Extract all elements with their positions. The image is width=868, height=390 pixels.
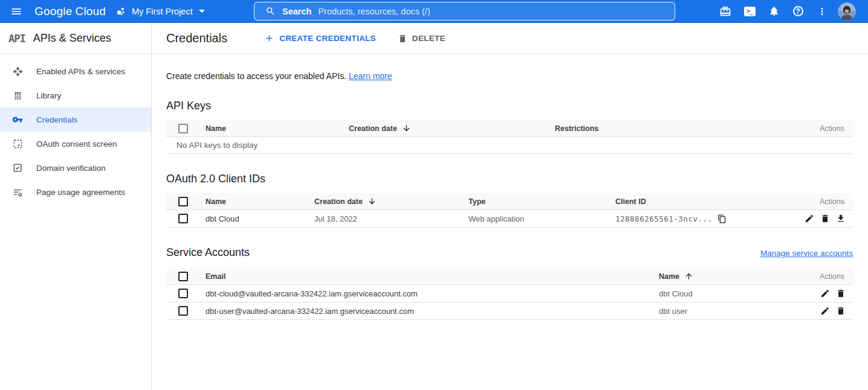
- more-options-icon[interactable]: [814, 3, 831, 20]
- sidebar: API APIs & Services Enabled APIs & servi…: [0, 23, 152, 390]
- avatar[interactable]: [838, 2, 856, 21]
- topbar-actions: >_ ?: [717, 0, 856, 22]
- notifications-bell-icon[interactable]: [765, 3, 782, 20]
- help-icon[interactable]: ?: [789, 3, 806, 20]
- menu-icon[interactable]: [10, 5, 23, 18]
- download-icon[interactable]: [836, 214, 846, 223]
- project-name: My First Project: [132, 7, 193, 16]
- search-icon: [265, 6, 276, 16]
- column-header-actions: Actions: [798, 197, 853, 206]
- sidebar-item-credentials[interactable]: Credentials: [0, 107, 151, 132]
- copy-icon[interactable]: [717, 214, 727, 223]
- chevron-down-icon: [199, 10, 205, 13]
- row-actions: [798, 214, 853, 223]
- oauth-consent-icon: [12, 138, 23, 149]
- service-accounts-table: Email Name Actions dbt-cloud@vaulted-arc…: [166, 268, 853, 320]
- delete-button[interactable]: DELETE: [398, 34, 445, 43]
- select-all-checkbox[interactable]: [178, 197, 188, 206]
- row-actions: [798, 306, 853, 316]
- page-header: Credentials CREATE CREDENTIALS DELETE: [152, 23, 868, 54]
- column-header-email[interactable]: Email: [206, 272, 659, 281]
- service-accounts-table-header: Email Name Actions: [166, 268, 853, 285]
- sidebar-item-enabled-apis[interactable]: Enabled APIs & services: [0, 59, 151, 83]
- oauth-client-creation-date: Jul 18, 2022: [314, 214, 468, 223]
- sidebar-item-label: Credentials: [36, 115, 77, 124]
- intro-text: Create credentials to access your enable…: [166, 71, 853, 81]
- library-icon: [12, 90, 23, 101]
- column-header-creation-date[interactable]: Creation date: [314, 197, 468, 206]
- service-account-email: dbt-user@vaulted-arcana-332422.iam.gserv…: [206, 307, 659, 316]
- service-account-name: dbt user: [659, 307, 798, 316]
- api-product-icon: API: [8, 33, 25, 45]
- trash-icon: [398, 34, 407, 43]
- select-all-checkbox[interactable]: [178, 272, 188, 281]
- sidebar-item-library[interactable]: Library: [0, 83, 151, 107]
- row-checkbox[interactable]: [178, 289, 188, 298]
- edit-icon[interactable]: [805, 214, 814, 223]
- page-title: Credentials: [166, 31, 227, 45]
- column-header-actions: Actions: [798, 124, 853, 133]
- sidebar-header: API APIs & Services: [0, 23, 151, 54]
- sidebar-item-domain-verification[interactable]: Domain verification: [0, 156, 151, 180]
- delete-icon[interactable]: [836, 289, 846, 298]
- delete-icon[interactable]: [836, 306, 846, 316]
- oauth-table-header: Name Creation date Type Client ID Action…: [166, 193, 853, 210]
- api-keys-heading: API Keys: [166, 100, 853, 112]
- key-icon: [12, 114, 23, 125]
- sidebar-item-label: Library: [36, 91, 61, 100]
- oauth-clients-table: Name Creation date Type Client ID Action…: [166, 193, 853, 228]
- sort-asc-icon: [684, 272, 693, 281]
- oauth-client-name: dbt Cloud: [206, 214, 314, 223]
- service-account-name: dbt Cloud: [659, 289, 798, 298]
- checkbox-check-icon: [12, 162, 23, 173]
- table-row: dbt Cloud Jul 18, 2022 Web application 1…: [166, 210, 853, 228]
- project-icon: [115, 5, 127, 18]
- search-placeholder: Products, resources, docs (/): [318, 7, 430, 16]
- create-credentials-button[interactable]: CREATE CREDENTIALS: [264, 33, 376, 43]
- sidebar-item-label: Enabled APIs & services: [36, 67, 125, 76]
- table-row: dbt-user@vaulted-arcana-332422.iam.gserv…: [166, 302, 853, 320]
- select-all-checkbox[interactable]: [178, 124, 188, 133]
- column-header-name[interactable]: Name: [206, 197, 314, 206]
- search-input[interactable]: Search Products, resources, docs (/): [254, 2, 675, 21]
- sort-desc-icon: [402, 124, 411, 133]
- sidebar-item-page-usage[interactable]: Page usage agreements: [0, 180, 151, 204]
- column-header-type[interactable]: Type: [468, 197, 615, 206]
- search-label: Search: [282, 7, 311, 16]
- table-row: dbt-cloud@vaulted-arcana-332422.iam.gser…: [166, 285, 853, 302]
- column-header-creation-date[interactable]: Creation date: [349, 124, 555, 133]
- cloud-shell-icon[interactable]: >_: [741, 3, 758, 20]
- sidebar-title: APIs & Services: [33, 32, 111, 45]
- row-actions: [798, 289, 853, 298]
- sort-desc-icon: [368, 197, 377, 206]
- gift-icon[interactable]: [717, 3, 734, 20]
- oauth-clients-heading: OAuth 2.0 Client IDs: [166, 173, 853, 185]
- project-selector[interactable]: My First Project: [115, 0, 205, 22]
- top-bar: Google Cloud My First Project Search Pro…: [0, 0, 868, 23]
- edit-icon[interactable]: [820, 306, 830, 316]
- main-panel: Credentials CREATE CREDENTIALS DELETE Cr…: [152, 23, 868, 390]
- sidebar-item-oauth-consent[interactable]: OAuth consent screen: [0, 132, 151, 156]
- row-checkbox[interactable]: [178, 306, 188, 316]
- google-cloud-logo[interactable]: Google Cloud: [34, 0, 106, 22]
- manage-service-accounts-link[interactable]: Manage service accounts: [760, 249, 853, 258]
- logo-google-text: Google: [34, 5, 72, 18]
- column-header-name[interactable]: Name: [659, 272, 798, 281]
- oauth-client-id: 128886265561-3ncv...: [615, 214, 727, 223]
- enabled-apis-icon: [12, 66, 23, 77]
- api-keys-table-header: Name Creation date Restrictions Actions: [166, 120, 853, 137]
- row-checkbox[interactable]: [178, 214, 188, 223]
- delete-icon[interactable]: [820, 214, 830, 223]
- edit-icon[interactable]: [820, 289, 830, 298]
- column-header-restrictions[interactable]: Restrictions: [555, 124, 798, 133]
- logo-cloud-text: Cloud: [75, 5, 106, 18]
- sidebar-item-label: OAuth consent screen: [36, 139, 117, 149]
- service-accounts-heading: Service Accounts: [166, 246, 250, 259]
- service-account-email: dbt-cloud@vaulted-arcana-332422.iam.gser…: [206, 289, 659, 298]
- sidebar-item-label: Domain verification: [36, 164, 106, 173]
- column-header-name[interactable]: Name: [206, 124, 349, 133]
- learn-more-link[interactable]: Learn more: [349, 71, 392, 81]
- list-gear-icon: [12, 187, 23, 197]
- column-header-client-id[interactable]: Client ID: [615, 197, 798, 206]
- plus-icon: [264, 33, 274, 43]
